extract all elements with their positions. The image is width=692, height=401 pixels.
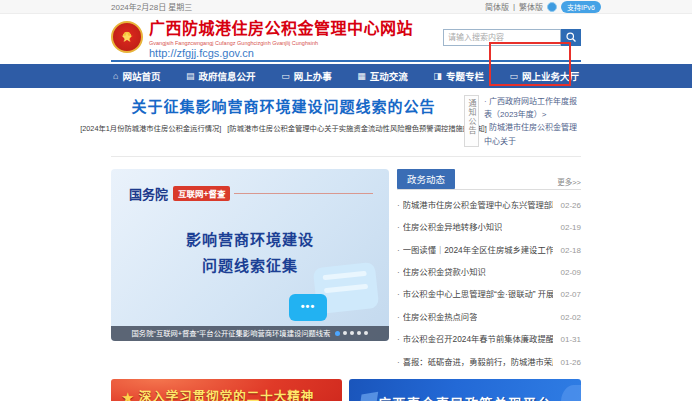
tab-gov-news[interactable]: 政务动态 <box>397 169 455 189</box>
bullet: · <box>397 357 400 367</box>
news-title: 喜报：砥砺奋进，勇毅前行，防城港市荣膺“第十一批全国民... <box>403 355 553 367</box>
party-emblem-icon: ★ <box>121 389 134 401</box>
news-item[interactable]: · 防城港市住房公积金管理中心东兴管理部联合邮储银行东兴支... 02-26 <box>397 193 581 215</box>
nav-label: 网站首页 <box>122 69 160 83</box>
simplified-link[interactable]: 简体版 <box>485 1 509 12</box>
national-emblem-icon: ★ <box>111 21 143 53</box>
nav-item-info-disclosure[interactable]: ▤ 政府信息公开 <box>184 69 258 83</box>
slider-caption-text[interactable]: 国务院“互联网+督查”平台公开征集影响营商环境建设问题线索 <box>132 328 331 338</box>
news-date: 02-02 <box>561 313 581 322</box>
page: 2024年2月28日 星期三 简体版 | 繁体版 支持IPv6 ★ 广西防城港住… <box>0 0 692 401</box>
news-title: 市公积金中心上思管理部“金·银联动” 开展迎新春住房公积... <box>403 287 553 299</box>
search-button[interactable] <box>561 29 581 46</box>
bullet: · <box>397 312 400 322</box>
slider-dot[interactable] <box>335 331 340 336</box>
slider-gov-label: 国务院 <box>129 184 168 203</box>
nav-item-online-business-hall[interactable]: ▭ 网上业务大厅 <box>507 69 581 83</box>
nav-item-special-topics[interactable]: ◨ 专题专栏 <box>431 69 486 83</box>
news-panel: 政务动态 更多>> · 防城港市住房公积金管理中心东兴管理部联合邮储银行东兴支.… <box>397 169 581 372</box>
slider-rule <box>234 193 373 194</box>
site-header: ★ 广西防城港住房公积金管理中心网站 Gvangjsih Fangzcwngan… <box>0 14 692 62</box>
party-congress-banner[interactable]: ★ 深入学习贯彻党的二十大精神 点击进入广西政府网专题 › <box>111 379 342 401</box>
announcement-section: 关于征集影响营商环境建设问题线索的公告 [2024年1月份防城港市住房公积金运行… <box>0 88 692 163</box>
notice-item[interactable]: · 防城港市住房公积金管理中心关于 <box>484 121 581 147</box>
news-item[interactable]: · 住房公积金热点问答 02-02 <box>397 305 581 327</box>
nav-label: 网上办事 <box>294 69 332 83</box>
slider-dot[interactable] <box>364 331 368 335</box>
slider-title-line1: 影响营商环境建设 <box>111 227 389 253</box>
ipv6-badge: 支持IPv6 <box>561 1 601 13</box>
nav-item-interaction[interactable]: ▦ 互动交流 <box>355 69 410 83</box>
news-item[interactable]: · 市公积金召开2024年春节前集体廉政提醒谈话会议 01-31 <box>397 327 581 349</box>
bullet: · <box>397 289 400 299</box>
news-item[interactable]: · 喜报：砥砺奋进，勇毅前行，防城港市荣膺“第十一批全国民... 01-26 <box>397 349 581 371</box>
site-brand: ★ 广西防城港住房公积金管理中心网站 Gvangjsih Fangzcwngan… <box>111 15 413 59</box>
notice-board: 通知公告 · 广西政府网站工作年度报表（2023年度）> · 防城港市住房公积金… <box>464 95 581 148</box>
news-item[interactable]: · 市公积金中心上思管理部“金·银联动” 开展迎新春住房公积... 02-07 <box>397 282 581 304</box>
policy-platform-banner[interactable]: 广西惠企惠民政策兑现平台 <box>349 379 581 401</box>
accessibility-icon[interactable] <box>547 2 557 12</box>
news-title: 防城港市住房公积金管理中心东兴管理部联合邮储银行东兴支... <box>403 198 553 210</box>
news-list: · 防城港市住房公积金管理中心东兴管理部联合邮储银行东兴支... 02-26 ·… <box>397 193 581 372</box>
news-date: 02-26 <box>561 201 581 210</box>
news-date: 02-19 <box>561 223 581 232</box>
slider-dot[interactable] <box>343 331 347 335</box>
slider-dot[interactable] <box>350 331 354 335</box>
news-more-link[interactable]: 更多>> <box>557 176 581 189</box>
nav-label: 网上业务大厅 <box>522 69 579 83</box>
bar-chart-icon: ▦ <box>357 71 366 81</box>
notice-item[interactable]: · 广西政府网站工作年度报表（2023年度）> <box>484 95 581 121</box>
notice-label: 通知公告 <box>464 95 479 147</box>
search-input[interactable] <box>443 29 561 46</box>
monitor-icon: ▭ <box>281 71 290 81</box>
online-hall-icon: ▭ <box>509 71 518 81</box>
nav-label: 专题专栏 <box>446 69 484 83</box>
bullet: · <box>397 200 400 210</box>
slider-badge: 互联网+督查 <box>173 186 230 201</box>
red-banner-title: 深入学习贯彻党的二十大精神 <box>111 386 342 401</box>
news-title: 市公积金召开2024年春节前集体廉政提醒谈话会议 <box>403 332 553 344</box>
announcement-link[interactable]: [2024年1月份防城港市住房公积金运行情况] <box>80 123 221 133</box>
site-title: 广西防城港住房公积金管理中心网站 <box>149 15 413 39</box>
traditional-link[interactable]: 繁体版 <box>519 1 543 12</box>
site-title-pinyin: Gvangjsih Fangzcwngangj Cufangz Gunghciz… <box>149 40 413 46</box>
picture-icon: ◨ <box>433 71 442 81</box>
bullet: · <box>397 245 400 255</box>
news-date: 02-09 <box>561 268 581 277</box>
nav-item-home[interactable]: ⌂ 网站首页 <box>111 69 162 83</box>
slider-dots <box>335 331 368 336</box>
lang-divider: | <box>513 2 515 11</box>
nav-label: 政府信息公开 <box>199 69 256 83</box>
bottom-banners: ★ 深入学习贯彻党的二十大精神 点击进入广西政府网专题 › 广西惠企惠民政策兑现… <box>0 379 692 401</box>
news-title: 住房公积金贷款小知识 <box>403 265 486 277</box>
slider-caption-bar: 国务院“互联网+督查”平台公开征集影响营商环境建设问题线索 <box>111 326 389 341</box>
main-nav: ⌂ 网站首页 ▤ 政府信息公开 ▭ 网上办事 ▦ 互动交流 ◨ 专题专栏 ▭ 网… <box>0 64 692 88</box>
announcement-link[interactable]: [防城港市住房公积金管理中心关于实施资金流动性风险橙色预警调控措施的通知] <box>227 123 486 133</box>
news-title: 一图读懂｜2024年全区住房城乡建设工作任务 <box>403 243 553 255</box>
slider-dot[interactable] <box>357 331 361 335</box>
main-content: 国务院 互联网+督查 影响营商环境建设 问题线索征集 ••• 国务院“互联网+督… <box>0 169 692 372</box>
search-icon <box>565 31 577 43</box>
news-item[interactable]: · 住房公积金异地转移小知识 02-19 <box>397 215 581 237</box>
top-utility-bar: 2024年2月28日 星期三 简体版 | 繁体版 支持IPv6 <box>0 0 692 14</box>
search-bar <box>443 29 581 46</box>
nav-item-online-services[interactable]: ▭ 网上办事 <box>279 69 334 83</box>
current-date: 2024年2月28日 星期三 <box>111 1 192 12</box>
hero-slider[interactable]: 国务院 互联网+督查 影响营商环境建设 问题线索征集 ••• 国务院“互联网+督… <box>111 169 389 341</box>
info-disclosure-icon: ▤ <box>186 71 195 81</box>
swoosh-decoration <box>561 385 581 401</box>
home-icon: ⌂ <box>113 71 118 81</box>
blue-banner-title: 广西惠企惠民政策兑现平台 <box>378 393 552 401</box>
bullet: · <box>397 222 400 232</box>
paper-plane-icon <box>360 391 378 401</box>
news-date: 01-26 <box>561 358 581 367</box>
news-date: 02-18 <box>561 246 581 255</box>
news-item[interactable]: · 一图读懂｜2024年全区住房城乡建设工作任务 02-18 <box>397 238 581 260</box>
nav-label: 互动交流 <box>370 69 408 83</box>
chat-bubble-dots-icon: ••• <box>289 294 327 321</box>
bullet: · <box>397 267 400 277</box>
announcement-headline[interactable]: 关于征集影响营商环境建设问题线索的公告 <box>111 95 456 116</box>
news-item[interactable]: · 住房公积金贷款小知识 02-09 <box>397 260 581 282</box>
bullet: · <box>397 334 400 344</box>
site-url[interactable]: http://zfgjj.fcgs.gov.cn <box>149 47 413 59</box>
